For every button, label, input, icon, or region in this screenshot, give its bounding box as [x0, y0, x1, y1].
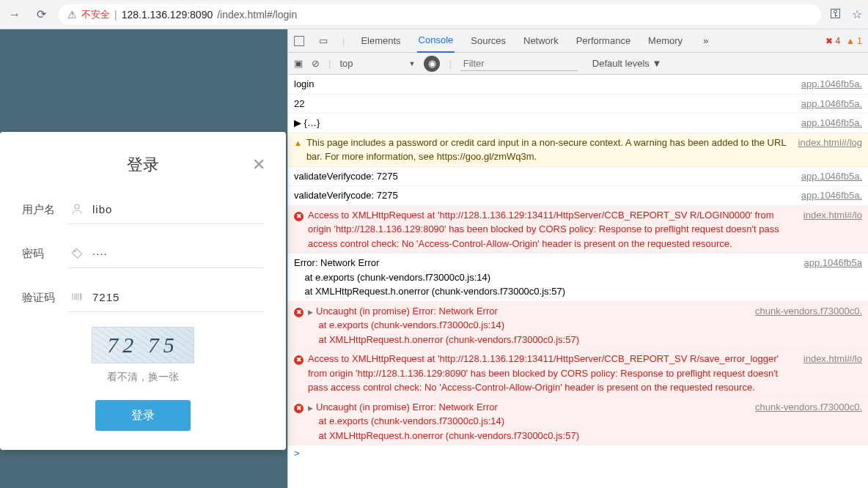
- insecure-icon: ⚠: [67, 9, 77, 21]
- console-source-link[interactable]: app.1046fb5a.: [801, 188, 862, 203]
- forward-button[interactable]: →: [6, 6, 23, 23]
- console-row[interactable]: validateVerifycode: 7275app.1046fb5a.: [288, 186, 868, 206]
- console-source-link[interactable]: chunk-vendors.f73000c0.: [755, 304, 862, 347]
- error-count[interactable]: ✖ 4: [825, 36, 840, 46]
- console-source-link[interactable]: index.html#/lo: [803, 208, 862, 251]
- username-label: 用户名: [22, 203, 67, 217]
- tab-memory[interactable]: Memory: [647, 29, 684, 53]
- console-source-link[interactable]: app.1046fb5a.: [801, 97, 862, 111]
- live-expression-icon[interactable]: ◉: [424, 56, 440, 72]
- console-source-link[interactable]: index.html#/log: [798, 136, 862, 164]
- svg-point-0: [75, 204, 79, 209]
- svg-point-1: [74, 250, 76, 251]
- console-source-link[interactable]: app.1046fb5a.: [801, 116, 862, 130]
- tab-elements[interactable]: Elements: [359, 29, 402, 53]
- password-value: ····: [92, 247, 108, 259]
- console-row[interactable]: validateVerifycode: 7275app.1046fb5a.: [288, 167, 868, 187]
- tab-network[interactable]: Network: [522, 29, 560, 53]
- address-bar[interactable]: ⚠ 不安全 | 128.1.136.129:8090/index.html#/l…: [59, 4, 821, 25]
- captcha-refresh-link[interactable]: 看不清，换一张: [22, 371, 264, 384]
- key-icon[interactable]: ⚿: [830, 7, 842, 21]
- context-selector[interactable]: top▼: [339, 58, 415, 69]
- console-source-link[interactable]: index.html#/lo: [803, 352, 862, 395]
- star-icon[interactable]: ☆: [852, 7, 862, 21]
- captcha-label: 验证码: [22, 291, 67, 305]
- user-icon: [70, 202, 85, 217]
- console-source-link[interactable]: app.1046fb5a.: [801, 169, 862, 184]
- close-icon[interactable]: ✕: [252, 155, 265, 174]
- login-title: 登录: [22, 154, 264, 176]
- login-button[interactable]: 登录: [95, 400, 191, 431]
- captcha-value: 7215: [92, 291, 119, 303]
- reload-button[interactable]: ⟳: [32, 6, 50, 23]
- device-icon[interactable]: ▭: [319, 35, 328, 46]
- console-row[interactable]: This page includes a password or credit …: [288, 133, 868, 167]
- warning-count[interactable]: ▲ 1: [846, 36, 862, 46]
- console-toolbar: ▣ ⊘ | top▼ ◉ | Default levels ▼: [288, 53, 868, 75]
- console-source-link[interactable]: app.1046fb5a.: [801, 77, 862, 92]
- devtools-panel: ▭ | Elements Console Sources Network Per…: [287, 29, 868, 488]
- console-row[interactable]: ▶ {…}app.1046fb5a.: [288, 114, 868, 133]
- browser-toolbar: → ⟳ ⚠ 不安全 | 128.1.136.129:8090/index.htm…: [0, 0, 868, 29]
- tab-performance[interactable]: Performance: [575, 29, 632, 53]
- password-label: 密码: [22, 247, 67, 261]
- clear-console-icon[interactable]: ⊘: [312, 58, 320, 69]
- barcode-icon: [70, 290, 85, 305]
- tabs-overflow[interactable]: »: [703, 35, 708, 46]
- console-source-link[interactable]: app.1046fb5a: [803, 256, 862, 299]
- log-levels-selector[interactable]: Default levels ▼: [592, 58, 662, 69]
- console-row[interactable]: Error: Network Error at e.exports (chunk…: [288, 254, 868, 302]
- console-row[interactable]: loginapp.1046fb5a.: [288, 75, 868, 95]
- password-input[interactable]: ····: [67, 239, 264, 268]
- console-sidebar-toggle-icon[interactable]: ▣: [294, 58, 303, 69]
- url-host: 128.1.136.129:8090: [122, 9, 213, 21]
- console-row[interactable]: Access to XMLHttpRequest at 'http://128.…: [288, 206, 868, 254]
- url-path: /index.html#/login: [217, 9, 297, 21]
- tab-sources[interactable]: Sources: [469, 29, 507, 53]
- console-prompt[interactable]: >: [288, 446, 868, 461]
- tag-icon: [70, 246, 85, 261]
- console-row[interactable]: Uncaught (in promise) Error: Network Err…: [288, 398, 868, 446]
- console-row[interactable]: Access to XMLHttpRequest at 'http://128.…: [288, 350, 868, 398]
- console-output[interactable]: loginapp.1046fb5a.22app.1046fb5a.▶ {…}ap…: [288, 75, 868, 488]
- console-row[interactable]: Uncaught (in promise) Error: Network Err…: [288, 302, 868, 350]
- tab-console[interactable]: Console: [417, 29, 455, 53]
- captcha-image[interactable]: 72 75: [92, 327, 194, 363]
- console-source-link[interactable]: chunk-vendors.f73000c0.: [755, 400, 862, 443]
- devtools-tabs: ▭ | Elements Console Sources Network Per…: [288, 29, 868, 53]
- console-filter-input[interactable]: [460, 56, 578, 71]
- login-dialog: 登录 ✕ 用户名 libo 密码 ····: [0, 132, 286, 450]
- username-value: libo: [92, 203, 112, 215]
- console-row[interactable]: 22app.1046fb5a.: [288, 95, 868, 114]
- page-content: 登录 ✕ 用户名 libo 密码 ····: [0, 29, 287, 488]
- security-text: 不安全: [81, 8, 110, 21]
- captcha-input[interactable]: 7215: [67, 283, 264, 312]
- username-input[interactable]: libo: [67, 195, 264, 224]
- inspect-icon[interactable]: [294, 36, 304, 46]
